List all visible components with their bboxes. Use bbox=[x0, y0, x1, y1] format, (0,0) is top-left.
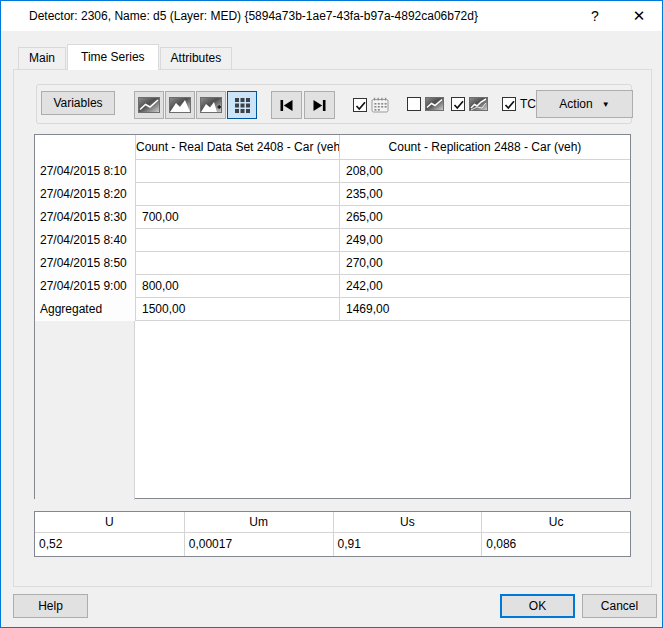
stat-header-us: Us bbox=[333, 512, 482, 533]
cell-replication-count[interactable]: 208,00 bbox=[339, 160, 630, 183]
line-chart-icon bbox=[138, 97, 160, 113]
cell-replication-count[interactable]: 235,00 bbox=[339, 183, 630, 206]
chart-line-icon bbox=[469, 97, 488, 111]
tab-main[interactable]: Main bbox=[18, 47, 66, 69]
table-row: 27/04/2015 8:10208,00 bbox=[35, 160, 630, 183]
sim-series-checkbox[interactable] bbox=[451, 97, 465, 111]
cell-real-count[interactable] bbox=[135, 183, 339, 206]
row-header-time: 27/04/2015 8:20 bbox=[35, 183, 135, 206]
titlebar: Detector: 2306, Name: d5 (Layer: MED) {5… bbox=[1, 1, 662, 31]
add-series-view-button[interactable] bbox=[196, 91, 226, 119]
checkbox-group-sim-series bbox=[451, 97, 488, 111]
cell-real-count[interactable]: 800,00 bbox=[135, 275, 339, 298]
grid-view-button[interactable] bbox=[227, 91, 257, 119]
grid-view-icon bbox=[234, 97, 251, 114]
area-chart-icon bbox=[169, 97, 191, 113]
cell-replication-count[interactable]: 249,00 bbox=[339, 229, 630, 252]
cell-real-count[interactable]: 700,00 bbox=[135, 206, 339, 229]
table-row: 27/04/2015 8:20235,00 bbox=[35, 183, 630, 206]
tab-bar: Main Time Series Attributes bbox=[18, 44, 233, 70]
cell-real-count[interactable] bbox=[135, 160, 339, 183]
action-button-label: Action bbox=[559, 97, 592, 111]
table-row: 27/04/2015 8:30700,00265,00 bbox=[35, 206, 630, 229]
skip-last-icon bbox=[312, 99, 327, 112]
stat-header-uc: Uc bbox=[481, 512, 630, 533]
row-header-strip bbox=[35, 321, 135, 500]
table-row: 27/04/2015 8:40249,00 bbox=[35, 229, 630, 252]
help-button[interactable]: Help bbox=[13, 594, 88, 618]
ok-button[interactable]: OK bbox=[500, 594, 575, 618]
cell-replication-count[interactable]: 242,00 bbox=[339, 275, 630, 298]
area-chart-view-button[interactable] bbox=[165, 91, 195, 119]
corner-cell bbox=[35, 135, 135, 160]
time-series-table: Count - Real Data Set 2408 - Car (veh) C… bbox=[34, 134, 631, 499]
detector-dialog: Detector: 2306, Name: d5 (Layer: MED) {5… bbox=[0, 0, 663, 628]
table-empty-area bbox=[35, 321, 630, 500]
action-button[interactable]: Action ▼ bbox=[536, 90, 633, 118]
cancel-button[interactable]: Cancel bbox=[582, 594, 657, 618]
column-header-real[interactable]: Count - Real Data Set 2408 - Car (veh) bbox=[135, 135, 339, 160]
go-first-interval-button[interactable] bbox=[271, 91, 302, 119]
stat-value-us: 0,91 bbox=[333, 533, 482, 556]
close-icon[interactable]: ✕ bbox=[620, 1, 658, 31]
row-header-time: 27/04/2015 8:10 bbox=[35, 160, 135, 183]
stat-header-u: U bbox=[35, 512, 184, 533]
calendar-icon bbox=[371, 97, 389, 113]
window-title: Detector: 2306, Name: d5 (Layer: MED) {5… bbox=[29, 1, 478, 31]
cell-real-count[interactable] bbox=[135, 252, 339, 275]
cell-replication-count[interactable]: 265,00 bbox=[339, 206, 630, 229]
dates-checkbox[interactable] bbox=[353, 98, 367, 112]
empty-cell-area bbox=[135, 321, 630, 500]
line-chart-view-button[interactable] bbox=[134, 91, 164, 119]
column-header-replication[interactable]: Count - Replication 2488 - Car (veh) bbox=[339, 135, 630, 160]
tc-label: TC bbox=[520, 97, 536, 111]
table-header-row: Count - Real Data Set 2408 - Car (veh) C… bbox=[35, 135, 630, 160]
row-header-time: 27/04/2015 9:00 bbox=[35, 275, 135, 298]
stat-value-u: 0,52 bbox=[35, 533, 184, 556]
real-series-checkbox[interactable] bbox=[407, 97, 421, 111]
table-row: 27/04/2015 9:00800,00242,00 bbox=[35, 275, 630, 298]
stat-value-um: 0,00017 bbox=[184, 533, 333, 556]
area-chart-add-icon bbox=[200, 97, 222, 113]
checkbox-group-tc: TC bbox=[502, 97, 536, 111]
cell-real-count[interactable] bbox=[135, 229, 339, 252]
table-row: Aggregated1500,001469,00 bbox=[35, 298, 630, 321]
go-last-interval-button[interactable] bbox=[304, 91, 335, 119]
tab-time-series[interactable]: Time Series bbox=[67, 44, 159, 70]
checkbox-group-dates bbox=[353, 97, 389, 113]
variables-button[interactable]: Variables bbox=[41, 91, 115, 115]
stat-header-um: Um bbox=[184, 512, 333, 533]
row-header-time: 27/04/2015 8:40 bbox=[35, 229, 135, 252]
chevron-down-icon: ▼ bbox=[602, 100, 610, 109]
table-row: 27/04/2015 8:50270,00 bbox=[35, 252, 630, 275]
cell-replication-count[interactable]: 1469,00 bbox=[339, 298, 630, 321]
cell-real-count[interactable]: 1500,00 bbox=[135, 298, 339, 321]
checkbox-group-real-series bbox=[407, 97, 444, 111]
stat-value-uc: 0,086 bbox=[481, 533, 630, 556]
row-header-time: Aggregated bbox=[35, 298, 135, 321]
chart-line-icon bbox=[425, 97, 444, 111]
stats-table: U Um Us Uc 0,52 0,00017 0,91 0,086 bbox=[34, 511, 631, 557]
row-header-time: 27/04/2015 8:30 bbox=[35, 206, 135, 229]
row-header-time: 27/04/2015 8:50 bbox=[35, 252, 135, 275]
titlebar-help-button[interactable]: ? bbox=[576, 1, 614, 31]
cell-replication-count[interactable]: 270,00 bbox=[339, 252, 630, 275]
skip-first-icon bbox=[279, 99, 294, 112]
tc-checkbox[interactable] bbox=[502, 97, 516, 111]
tab-attributes[interactable]: Attributes bbox=[160, 47, 233, 69]
